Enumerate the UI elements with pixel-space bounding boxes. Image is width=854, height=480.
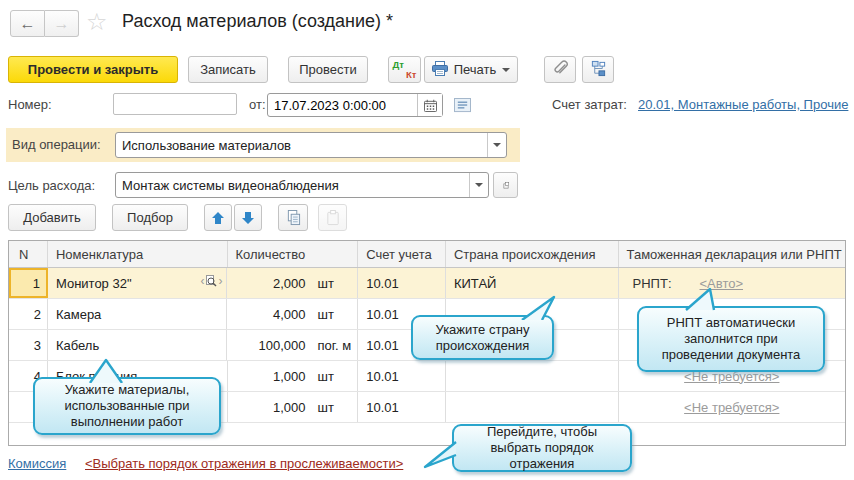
nomenclature-value: Монитор 32" [56,276,132,291]
col-header-country[interactable]: Страна происхождения [446,241,619,267]
commission-link[interactable]: Комиссия [8,456,66,471]
open-form-icon [502,179,509,192]
arrow-down-icon [241,211,255,225]
purpose-value: Монтаж системы видеонаблюдения [116,178,469,193]
paperclip-icon [552,60,569,80]
row-number[interactable]: 2 [9,299,48,329]
not-required-link[interactable]: <Не требуется> [684,400,779,415]
country-cell[interactable] [446,392,619,422]
dt-kt-postings-button[interactable]: ДтКт [388,56,421,83]
operation-label: Вид операции: [12,137,101,152]
pick-items-button[interactable]: Подбор [112,204,188,231]
nav-history-group: ← → [10,10,79,37]
col-header-quantity[interactable]: Количество [228,241,359,267]
row-number[interactable]: 3 [9,330,48,360]
calendar-icon [424,99,437,112]
nomenclature-cell[interactable]: Монитор 32" ‹› [48,268,228,298]
customs-cell[interactable]: РНПТ: <Авто> [619,268,845,298]
post-button[interactable]: Провести [288,56,368,83]
back-arrow-icon: ← [20,16,36,32]
save-button[interactable]: Записать [188,56,268,83]
favorite-star-icon[interactable]: ☆ [86,8,108,36]
quantity-cell[interactable]: 100,000пог. м [227,330,358,360]
cost-account-label: Счет затрат: [552,97,627,112]
traceability-link[interactable]: <Выбрать порядок отражения в прослеживае… [85,456,403,471]
dt-kt-icon: ДтКт [393,60,417,80]
chevron-down-icon [493,143,501,147]
purpose-open-button[interactable] [493,172,518,198]
callout-rnpt: РНПТ автоматически заполнится при провед… [637,306,825,372]
callout-materials-pointer [78,357,130,383]
page-title: Расход материалов (создание) * [122,11,393,32]
paste-button [318,204,347,231]
col-header-account[interactable]: Счет учета [358,241,446,267]
paste-icon [326,210,340,226]
arrow-up-icon [211,211,225,225]
document-structure-button[interactable] [582,56,614,83]
quantity-cell[interactable]: 1,000шт [228,361,359,391]
print-label: Печать [454,62,497,77]
callout-navigate-pointer [422,438,458,470]
operation-select[interactable]: Использование материалов [115,132,507,158]
col-header-n[interactable]: N [9,241,48,267]
text-lines-icon [454,98,471,113]
rnpt-label: РНПТ: [633,276,672,291]
row-number[interactable]: 1 [9,268,48,298]
quantity-cell[interactable]: 1,000шт [228,392,359,422]
number-label: Номер: [8,97,52,112]
col-header-nomenclature[interactable]: Номенклатура [48,241,228,267]
copy-icon [286,210,301,226]
account-cell[interactable]: 10.01 [358,361,446,391]
account-cell[interactable]: 10.01 [358,268,446,298]
callout-navigate: Перейдите, чтобы выбрать порядок отражен… [452,424,632,472]
forward-arrow-icon: → [54,16,70,32]
back-button[interactable]: ← [10,10,45,37]
callout-country-pointer [516,294,562,320]
operation-value: Использование материалов [116,138,487,153]
chevron-down-icon [502,68,510,72]
add-row-button[interactable]: Добавить [8,204,96,231]
operation-dropdown-button[interactable] [487,133,506,157]
chevron-down-icon [475,183,483,187]
nomenclature-cell[interactable]: Кабель [48,330,228,360]
col-header-customs[interactable]: Таможенная декларация или РНПТ [619,241,845,267]
copy-button[interactable] [278,204,308,231]
post-and-close-button[interactable]: Провести и закрыть [8,56,178,83]
account-cell[interactable]: 10.01 [358,392,446,422]
print-button[interactable]: Печать [424,56,518,83]
date-input[interactable] [268,94,417,116]
comment-button[interactable] [452,95,472,115]
callout-rnpt-pointer [678,286,724,312]
table-header-row: N Номенклатура Количество Счет учета Стр… [9,241,845,268]
calendar-button[interactable] [417,94,442,116]
cost-account-link[interactable]: 20.01, Монтажные работы, Прочие [638,97,848,112]
quantity-cell[interactable]: 4,000шт [227,299,358,329]
purpose-select[interactable]: Монтаж системы видеонаблюдения [115,172,489,198]
structure-icon [590,60,607,80]
date-label: от: [249,97,266,112]
document-window: ← → ☆ Расход материалов (создание) * Про… [0,0,854,480]
customs-cell[interactable]: <Не требуется> [619,392,845,422]
country-cell[interactable] [446,361,619,391]
magnifier-icon [205,275,217,287]
forward-button[interactable]: → [45,10,79,37]
nomenclature-cell[interactable]: Камера [48,299,228,329]
number-input[interactable] [113,93,237,115]
printer-icon [432,61,448,79]
purpose-label: Цель расхода: [8,178,95,193]
date-field [267,93,443,117]
move-up-button[interactable] [204,204,232,231]
purpose-dropdown-button[interactable] [469,173,488,197]
lookup-button[interactable]: ‹› [200,274,222,288]
callout-country: Укажите страну происхождения [411,315,554,360]
move-down-button[interactable] [234,204,262,231]
quantity-cell[interactable]: 2,000шт [227,268,358,298]
attachments-button[interactable] [544,56,576,83]
callout-materials: Укажите материалы, использованные при вы… [33,377,221,435]
